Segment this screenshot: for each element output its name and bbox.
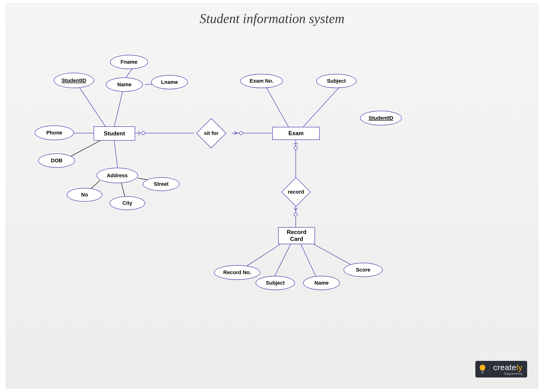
lightbulb-icon bbox=[479, 364, 486, 374]
entity-record-card: Record Card bbox=[278, 227, 315, 244]
diagram-canvas: Student information system bbox=[6, 4, 538, 388]
attribute-fname: Fname bbox=[110, 55, 148, 69]
svg-point-14 bbox=[239, 131, 243, 135]
brand-tagline: Diagramming bbox=[493, 372, 522, 375]
relationship-sit-for: sit for bbox=[196, 118, 226, 148]
diagram-title: Student information system bbox=[6, 11, 538, 26]
attribute-lname: Lname bbox=[151, 75, 188, 89]
svg-line-0 bbox=[77, 85, 106, 127]
svg-line-15 bbox=[266, 87, 289, 127]
brand-watermark: creately Diagramming bbox=[475, 361, 527, 378]
brand-text: creately Diagramming bbox=[493, 363, 522, 375]
svg-line-4 bbox=[114, 140, 118, 170]
relationship-record-label: record bbox=[286, 182, 306, 202]
attribute-dob: DOB bbox=[38, 154, 75, 168]
brand-name-b: ly bbox=[516, 363, 522, 372]
attribute-phone: Phone bbox=[35, 125, 74, 140]
attribute-city: City bbox=[110, 196, 145, 210]
attribute-student-id-exam: StudentID bbox=[360, 111, 402, 125]
svg-line-1 bbox=[114, 87, 124, 127]
svg-line-24 bbox=[301, 244, 317, 279]
svg-rect-27 bbox=[481, 372, 484, 373]
svg-point-21 bbox=[294, 213, 297, 216]
svg-line-5 bbox=[126, 69, 132, 77]
attribute-name: Name bbox=[106, 77, 143, 92]
entity-student: Student bbox=[94, 126, 135, 141]
brand-name-a: create bbox=[493, 363, 516, 372]
attribute-name-rc: Name bbox=[303, 276, 340, 290]
svg-rect-28 bbox=[482, 373, 483, 374]
attribute-address: Address bbox=[96, 168, 138, 183]
svg-point-19 bbox=[294, 146, 297, 150]
entity-exam: Exam bbox=[272, 127, 320, 140]
svg-line-23 bbox=[273, 244, 291, 279]
relationship-record: record bbox=[281, 177, 311, 207]
svg-line-16 bbox=[303, 87, 340, 127]
attribute-exam-no: Exam No. bbox=[240, 74, 283, 88]
svg-point-12 bbox=[142, 131, 145, 135]
svg-rect-26 bbox=[481, 371, 484, 372]
attribute-subject-exam: Subject bbox=[316, 74, 357, 88]
attribute-subject-rc: Subject bbox=[256, 276, 295, 290]
attribute-record-no: Record No. bbox=[214, 265, 260, 280]
attribute-street: Street bbox=[143, 177, 180, 191]
attribute-no: No bbox=[67, 188, 102, 202]
brand-separator bbox=[490, 364, 490, 375]
relationship-sit-for-label: sit for bbox=[201, 123, 221, 143]
attribute-student-id: StudentID bbox=[54, 73, 94, 88]
attribute-score: Score bbox=[343, 263, 383, 277]
